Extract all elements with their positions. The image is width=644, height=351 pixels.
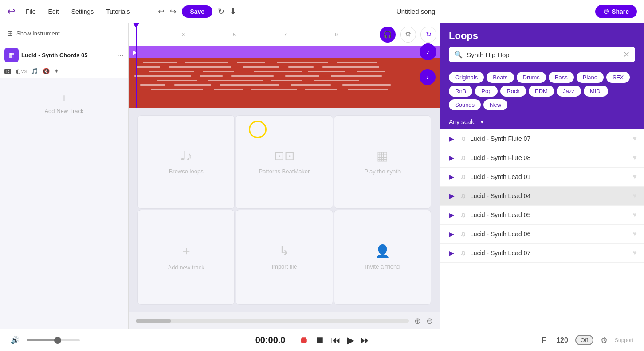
logo-icon[interactable]: ↩ bbox=[7, 6, 15, 17]
loops-search-input[interactable] bbox=[467, 51, 620, 58]
menu-file[interactable]: File bbox=[26, 8, 36, 15]
tag-rock[interactable]: Rock bbox=[500, 86, 526, 97]
key-display: F bbox=[538, 336, 549, 344]
track-user-avatar: ♪ bbox=[420, 69, 436, 85]
bpm-display: 120 bbox=[556, 336, 568, 344]
loop-music-icon: ♫ bbox=[460, 211, 466, 219]
track-icon[interactable]: ▦ bbox=[4, 48, 19, 62]
show-instrument-button[interactable]: ⊞ Show Instrument bbox=[0, 23, 128, 44]
loop-item[interactable]: ▶ ♫ Lucid - Synth Lead 05 ♥ bbox=[440, 206, 644, 225]
loop-heart-button[interactable]: ♥ bbox=[633, 230, 637, 238]
loop-play-button[interactable]: ▶ bbox=[447, 173, 456, 180]
loop-item[interactable]: ▶ ♫ Lucid - Synth Lead 07 ♥ bbox=[440, 244, 644, 263]
tag-beats[interactable]: Beats bbox=[487, 72, 514, 83]
tag-jazz[interactable]: Jazz bbox=[557, 86, 581, 97]
tag-sounds[interactable]: Sounds bbox=[449, 99, 481, 110]
ruler-action-row: 3 5 7 9 11 🎧 ⚙ ↻ ♪ bbox=[129, 23, 440, 46]
track-more-button[interactable]: ··· bbox=[117, 51, 124, 60]
loop-play-button[interactable]: ▶ bbox=[447, 135, 456, 142]
tune-button[interactable]: 🎵 bbox=[31, 68, 38, 74]
redo-button[interactable]: ↪ bbox=[170, 7, 177, 16]
add-track-area[interactable]: + Add New Track bbox=[0, 78, 128, 329]
rewind-button[interactable]: ⏮ bbox=[331, 335, 341, 346]
track-content[interactable]: ▶ bbox=[129, 46, 440, 108]
loop-item[interactable]: ▶ ♫ Lucid - Synth Lead 01 ♥ bbox=[440, 168, 644, 187]
tag-midi[interactable]: MIDI bbox=[584, 86, 608, 97]
tag-new[interactable]: New bbox=[483, 99, 507, 110]
tag-bass[interactable]: Bass bbox=[549, 72, 574, 83]
mute-button[interactable]: 🔇 bbox=[43, 68, 50, 74]
tag-drums[interactable]: Drums bbox=[517, 72, 546, 83]
metronome-toggle[interactable]: Off bbox=[575, 335, 593, 345]
menu-tutorials[interactable]: Tutorials bbox=[106, 8, 130, 15]
tag-pop[interactable]: Pop bbox=[475, 86, 498, 97]
fx-icon: ✦ bbox=[54, 68, 59, 74]
menu-edit[interactable]: Edit bbox=[48, 8, 59, 15]
scale-selector[interactable]: Any scale ▼ bbox=[440, 115, 644, 129]
menu-settings[interactable]: Settings bbox=[71, 8, 94, 15]
refresh-button[interactable]: ↻ bbox=[420, 27, 436, 43]
loops-list: ▶ ♫ Lucid - Synth Flute 07 ♥ ▶ ♫ Lucid -… bbox=[440, 129, 644, 329]
tag-rnb[interactable]: RnB bbox=[449, 86, 472, 97]
loop-button[interactable]: ↻ bbox=[218, 7, 224, 16]
record-button[interactable]: ⏺ bbox=[299, 335, 309, 346]
add-new-track-cell[interactable]: ＋ Add new track bbox=[137, 210, 235, 305]
loop-heart-button[interactable]: ♥ bbox=[633, 249, 637, 257]
save-button[interactable]: Save bbox=[182, 5, 212, 18]
tag-piano[interactable]: Piano bbox=[577, 72, 604, 83]
headphone-button[interactable]: 🎧 bbox=[380, 27, 396, 43]
loop-name: Lucid - Synth Lead 04 bbox=[470, 192, 628, 199]
zoom-in-button[interactable]: ⊕ bbox=[414, 316, 421, 326]
ruler-mark-3: 3 bbox=[182, 32, 185, 37]
support-link[interactable]: Support bbox=[615, 337, 633, 343]
loop-item-active[interactable]: ▶ ♫ Lucid - Synth Lead 04 ♥ bbox=[440, 187, 644, 206]
invite-friend-cell[interactable]: 👤 Invite a friend bbox=[334, 210, 431, 305]
volume-button[interactable]: ◐ Vol bbox=[16, 68, 27, 74]
loop-play-button[interactable]: ▶ bbox=[447, 230, 456, 238]
loop-item[interactable]: ▶ ♫ Lucid - Synth Flute 08 ♥ bbox=[440, 148, 644, 168]
zoom-out-button[interactable]: ⊖ bbox=[426, 316, 433, 326]
loop-play-button[interactable]: ▶ bbox=[447, 250, 456, 257]
loop-name: Lucid - Synth Lead 01 bbox=[470, 173, 628, 180]
fx-button[interactable]: ✦ bbox=[54, 68, 59, 74]
loop-heart-button[interactable]: ♥ bbox=[633, 154, 637, 162]
loop-heart-button[interactable]: ♥ bbox=[633, 211, 637, 219]
patterns-beatmaker-cell[interactable]: ⊡⊡ Patterns BeatMaker bbox=[236, 115, 333, 209]
tag-originals[interactable]: Originals bbox=[449, 72, 484, 83]
settings-button[interactable]: ⚙ bbox=[601, 335, 608, 345]
loop-heart-button[interactable]: ♥ bbox=[633, 192, 637, 200]
loop-play-button[interactable]: ▶ bbox=[447, 192, 456, 199]
record-arm-button[interactable]: R bbox=[4, 69, 11, 74]
play-synth-cell[interactable]: ▦ Play the synth bbox=[334, 115, 431, 209]
volume-slider[interactable] bbox=[27, 339, 80, 341]
loop-name: Lucid - Synth Lead 05 bbox=[470, 211, 628, 218]
share-button[interactable]: ♾ Share bbox=[595, 5, 637, 18]
grid-icon: ⊞ bbox=[7, 29, 13, 38]
scrollbar-thumb bbox=[136, 319, 171, 323]
settings-gear-button[interactable]: ⚙ bbox=[400, 27, 416, 43]
loop-music-icon: ♫ bbox=[460, 154, 466, 162]
loop-item[interactable]: ▶ ♫ Lucid - Synth Lead 06 ♥ bbox=[440, 225, 644, 244]
play-synth-icon: ▦ bbox=[377, 148, 388, 163]
play-button[interactable]: ▶ bbox=[347, 335, 354, 346]
loop-music-icon: ♫ bbox=[460, 230, 466, 238]
undo-button[interactable]: ↩ bbox=[158, 7, 165, 16]
import-file-cell[interactable]: ↳ Import file bbox=[236, 210, 333, 305]
search-clear-button[interactable]: ✕ bbox=[623, 50, 630, 59]
download-button[interactable]: ⬇ bbox=[230, 7, 236, 16]
stop-button[interactable]: ⏹ bbox=[315, 335, 325, 346]
fast-forward-button[interactable]: ⏭ bbox=[361, 335, 370, 346]
loop-heart-button[interactable]: ♥ bbox=[633, 135, 637, 143]
loop-play-button[interactable]: ▶ bbox=[447, 154, 456, 161]
loop-play-button[interactable]: ▶ bbox=[447, 211, 456, 218]
browse-loops-cell[interactable]: ♩♪ Browse loops bbox=[137, 115, 235, 209]
loop-heart-button[interactable]: ♥ bbox=[633, 173, 637, 181]
empty-actions-grid: ♩♪ Browse loops ⊡⊡ Patterns BeatMaker ▦ … bbox=[129, 108, 440, 312]
tag-edm[interactable]: EDM bbox=[529, 86, 554, 97]
loop-music-icon: ♫ bbox=[460, 135, 466, 143]
tag-sfx[interactable]: SFX bbox=[606, 72, 630, 83]
timeline-action-icons: 🎧 ⚙ ↻ bbox=[380, 27, 436, 43]
loop-item[interactable]: ▶ ♫ Lucid - Synth Flute 07 ♥ bbox=[440, 129, 644, 148]
timeline-scrollbar[interactable] bbox=[136, 319, 409, 323]
tune-icon: 🎵 bbox=[31, 68, 38, 74]
